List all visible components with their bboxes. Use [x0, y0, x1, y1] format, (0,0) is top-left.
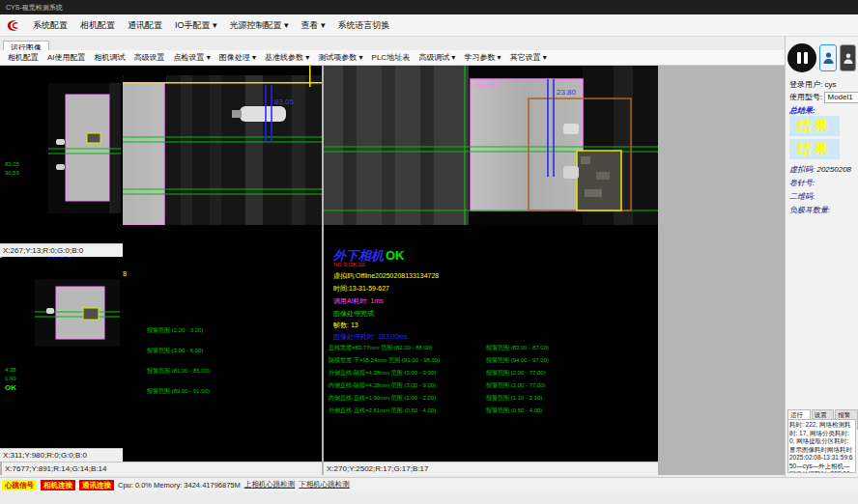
- tool-other-settings[interactable]: 其它设置 ▾: [510, 52, 547, 63]
- login-user-field: 登录用户: cys: [789, 79, 836, 90]
- result-row: 外侧直线-直线=2.61mm 范围:(0.60 - 4.00)报警范围:(0.6…: [329, 406, 658, 419]
- tool-camera-config[interactable]: 相机配置: [8, 52, 39, 63]
- result-value: 外侧直线-隔膜=4.38mm 范围:(3.00 - 9.00): [329, 369, 486, 381]
- tool-spot-check[interactable]: 点检设置 ▾: [174, 52, 211, 63]
- control-panel: 登录用户: cys 使用型号: Model1 总结果: 结果 结果 虚拟码: 2…: [785, 37, 858, 477]
- menu-io-config[interactable]: IO手配置 ▾: [175, 19, 217, 32]
- camera-image-outer-lower[interactable]: AI检测框 23.80: [324, 66, 658, 225]
- mini-result-line: 4.38: [5, 366, 16, 375]
- window-title: CYS-视觉检测系统: [6, 4, 63, 11]
- barcode-value: 20250208: [816, 165, 851, 174]
- mini-result-text: 4.38 1.90 OK: [5, 366, 16, 392]
- mini-camera-image[interactable]: [35, 279, 120, 347]
- result-row: 隔膜宽度-下=95.24mm 范围:(93.00 - 98.00)报警范围:(9…: [329, 356, 658, 369]
- mini-result-text: 83.05 90.56: [5, 160, 19, 178]
- mini-camera-image[interactable]: [48, 83, 121, 213]
- result-alarm: 报警范围:(89.00 - 91.00): [147, 387, 210, 407]
- pause-icon: [797, 52, 801, 64]
- camera-output-sub: NG:0,OK:10: [333, 262, 365, 267]
- user-login-button[interactable]: [819, 44, 837, 71]
- result-alarm: 报警范围:(0.60 - 4.00): [486, 406, 542, 419]
- app-window: CYS-视觉检测系统 系统配置 相机配置 通讯配置 IO手配置 ▾ 光源控制配置…: [0, 0, 858, 504]
- log-output[interactable]: 耗时: 222, 网络检测耗时: 17, 网络分类耗时: 0, 网络提取分区耗时…: [787, 419, 856, 473]
- camera-name: 外下相机: [333, 248, 384, 263]
- tool-image-processing[interactable]: 图像处理 ▾: [219, 52, 256, 63]
- tool-advanced-settings[interactable]: 高级设置: [134, 52, 165, 63]
- tool-ai-config[interactable]: AI使用配置: [47, 52, 86, 63]
- title-bar: CYS-视觉检测系统: [0, 0, 858, 14]
- qr-code-field: 二维码:: [789, 191, 815, 202]
- login-user-label: 登录用户:: [789, 80, 822, 89]
- user-dark-icon: [844, 52, 853, 65]
- measure-overlay-value: 83.05: [274, 98, 295, 106]
- cpu-memory-readout: Cpu: 0.0% Memory: 3424.41796875M: [118, 481, 241, 490]
- result-box-lower: 结果: [789, 139, 840, 159]
- pixel-coord-strip: X:267;Y:13;R:0;G:0;B:0: [0, 243, 123, 257]
- tool-advanced-debug[interactable]: 高级调试 ▾: [418, 52, 455, 63]
- tool-plc-address[interactable]: PLC地址表: [372, 52, 411, 63]
- result-value: 直线宽度=83.77mm 范围:(82.00 - 88.00): [329, 344, 486, 356]
- model-label: 使用型号:: [789, 93, 822, 101]
- elapsed-line: 图像处理耗时: 183.00ms: [333, 332, 408, 342]
- tool-baseline-params[interactable]: 基准线参数 ▾: [265, 52, 309, 63]
- result-alarm: 报警范围:(2.00 - 77.00): [486, 381, 546, 394]
- mini-result-line: 83.05: [5, 160, 19, 169]
- window-bottom-filler: [0, 491, 858, 504]
- model-select[interactable]: Model1: [824, 92, 858, 103]
- pixel-coord-strip: X:270;Y:2502;R:17;G:17;B:17: [324, 462, 658, 475]
- result-row: 直线宽度=83.77mm 范围:(82.00 - 88.00)报警范围:(83.…: [329, 344, 658, 356]
- pixel-coord-strip: X:7677;Y:891;R:14;G:14;B:14: [2, 462, 322, 475]
- heartbeat-status-badge: 心跳信号: [2, 480, 37, 490]
- time-line: 时间:13-31-59-627: [333, 284, 389, 294]
- bright-blob: [563, 124, 579, 134]
- result-alarm: 报警范围:(3.00 - 6.00): [147, 347, 203, 367]
- ai-detect-label: AI检测框: [474, 82, 500, 90]
- upper-camera-heartbeat-link[interactable]: 上相机心跳检测: [244, 480, 296, 490]
- result-row: 外侧直线-隔膜=4.38mm 范围:(3.00 - 9.00)报警范围:(2.0…: [329, 369, 658, 381]
- result-value: 隔膜宽度-下=95.24mm 范围:(93.00 - 98.00): [329, 356, 486, 369]
- menu-light-config[interactable]: 光源控制配置 ▾: [230, 19, 289, 32]
- tab-count-field: 负极耳数量:: [789, 205, 830, 215]
- menu-view[interactable]: 查看 ▾: [301, 19, 326, 32]
- mini-result-line: 1.90: [5, 375, 16, 383]
- result-box-upper: 结果: [789, 116, 840, 136]
- pause-button[interactable]: [787, 43, 816, 72]
- menu-language-switch[interactable]: 系统语言切换: [338, 19, 390, 32]
- comm-connect-badge: 通讯连接: [79, 480, 114, 490]
- mini-result-line: 90.56: [5, 169, 19, 178]
- total-result-label: 总结果:: [789, 105, 815, 116]
- menu-camera-config[interactable]: 相机配置: [80, 19, 115, 32]
- pixel-coord-strip: X:311;Y:980;R:0;G:0;B:0: [0, 448, 123, 462]
- tool-camera-debug[interactable]: 相机调试: [95, 52, 126, 63]
- barcode-label: 虚拟码:: [789, 165, 815, 174]
- connector-blob: [240, 106, 286, 122]
- result-row: 内侧直线-直线=1.90mm 范围:(1.00 - 2.20)报警范围:(1.1…: [329, 394, 658, 406]
- ai-time-line: 调用AI耗时: 1ms: [333, 296, 384, 306]
- mini-panel-inner-lower: 4.38 1.90 OK X:311;Y:980;R:0;G:0;B:0: [0, 258, 123, 462]
- lower-camera-heartbeat-link[interactable]: 下相机心跳检测: [299, 480, 350, 490]
- camera-ok-status: OK: [386, 248, 405, 263]
- operator-mode-button[interactable]: [840, 44, 856, 71]
- main-area: 固定阈值:93, 动态阈值:100 83.05 外上相机OK 输出:OK(1) …: [0, 66, 785, 475]
- menu-comm-config[interactable]: 通讯配置: [128, 19, 162, 32]
- pin-number-field: 卷针号:: [789, 178, 815, 188]
- result-value: 内侧直线-直线=1.90mm 范围:(1.00 - 2.20): [329, 394, 486, 406]
- frame-count-line: 帧数: 13: [333, 321, 358, 330]
- camera-panel-outer-lower: AI检测框 23.80 外下相机OK NG:0,OK:10 虚拟码:Offlin…: [324, 66, 658, 462]
- processing-done-line: 图像处理完成: [333, 309, 374, 319]
- result-alarm: 报警范围:(2.20 - 3.20): [147, 326, 203, 347]
- tool-test-params[interactable]: 测试项参数 ▾: [318, 52, 362, 63]
- camera-connect-badge: 相机连接: [41, 480, 75, 490]
- barcode-line: 虚拟码:Offline20250208133134728: [333, 271, 439, 281]
- menu-system-config[interactable]: 系统配置: [33, 19, 68, 32]
- mini-panel-column: 83.05 90.56 X:267;Y:13;R:0;G:0;B:0 4.38 …: [0, 66, 123, 475]
- tool-learning-params[interactable]: 学习参数 ▾: [464, 52, 500, 63]
- measure-overlay-value: 23.80: [557, 88, 577, 97]
- mini-ok-status: OK: [5, 383, 16, 392]
- result-value: 外侧直线-直线=2.61mm 范围:(0.60 - 4.00): [329, 406, 486, 419]
- mini-panel-inner-upper: 83.05 90.56 X:267;Y:13;R:0;G:0;B:0: [0, 66, 123, 243]
- user-icon: [823, 51, 834, 65]
- tab-strip: 运行图像: [0, 37, 785, 51]
- app-logo-icon: [6, 18, 20, 33]
- menu-bar: 系统配置 相机配置 通讯配置 IO手配置 ▾ 光源控制配置 ▾ 查看 ▾ 系统语…: [0, 14, 858, 37]
